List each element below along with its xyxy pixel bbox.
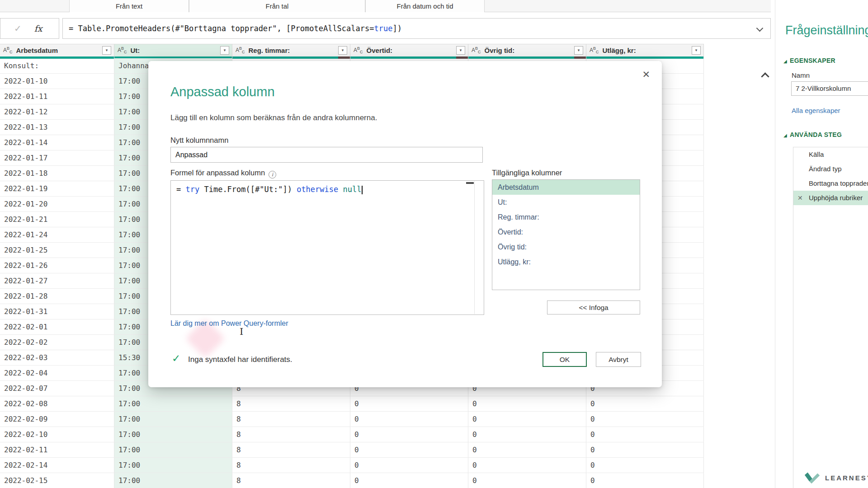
table-cell[interactable]: 2022-01-14 (0, 135, 114, 150)
table-cell[interactable]: 0 (586, 442, 704, 457)
available-column-övertid[interactable]: Övertid: (492, 225, 640, 239)
table-cell[interactable]: 0 (350, 396, 468, 411)
table-cell[interactable]: 2022-01-17 (0, 150, 114, 165)
table-cell[interactable]: 0 (350, 442, 468, 457)
table-cell[interactable]: 0 (468, 396, 586, 411)
custom-formula-input[interactable]: = try Time.From([#"Ut:"]) otherwise null… (170, 180, 484, 315)
table-cell[interactable]: 0 (586, 458, 704, 473)
filter-dropdown-button[interactable]: ▾ (574, 46, 583, 55)
fx-icon[interactable]: fx (34, 23, 42, 33)
applied-step-borttagna-topprader[interactable]: Borttagna topprader (793, 176, 868, 191)
filter-dropdown-button[interactable]: ▾ (102, 46, 111, 55)
table-cell[interactable]: 8 (232, 458, 350, 473)
new-column-name-input[interactable]: Anpassad (170, 147, 483, 163)
cancel-button[interactable]: Avbryt (596, 352, 641, 367)
table-cell[interactable]: 8 (232, 412, 350, 427)
table-cell[interactable]: 0 (468, 427, 586, 442)
table-cell[interactable]: 0 (468, 412, 586, 427)
table-cell[interactable]: 0 (586, 473, 704, 488)
table-cell[interactable]: 8 (232, 473, 350, 488)
applied-step-källa[interactable]: Källa (793, 147, 868, 162)
column-header-övrig-tid[interactable]: ABCÖvrig tid:▾ (468, 44, 586, 59)
table-cell[interactable]: 2022-02-03 (0, 350, 114, 365)
table-cell[interactable]: 17:00 (114, 396, 232, 411)
available-column-utlägg-kr[interactable]: Utlägg, kr: (492, 254, 640, 269)
table-cell[interactable]: 2022-01-18 (0, 166, 114, 181)
table-cell[interactable]: 17:00 (114, 442, 232, 457)
table-cell[interactable]: 2022-02-08 (0, 396, 114, 411)
ribbon-group-fran-tal[interactable]: Från tal (189, 0, 365, 12)
column-header-ut[interactable]: ABCUt:▾ (114, 44, 232, 59)
table-cell[interactable]: 2022-02-02 (0, 335, 114, 350)
table-cell[interactable]: 2022-01-20 (0, 197, 114, 211)
applied-step-upphöjda-rubriker[interactable]: ✕Upphöjda rubriker (793, 191, 868, 205)
table-cell[interactable]: 2022-01-28 (0, 289, 114, 304)
table-cell[interactable]: 2022-02-10 (0, 427, 114, 442)
table-cell[interactable]: 2022-01-11 (0, 89, 114, 104)
close-icon[interactable]: ✕ (642, 69, 650, 80)
formula-input[interactable]: = Table.PromoteHeaders(#"Borttagna toppr… (62, 18, 771, 39)
ribbon-group-fran-datum-och-tid[interactable]: Från datum och tid (365, 0, 485, 12)
table-cell[interactable]: 2022-02-11 (0, 442, 114, 457)
table-cell[interactable]: 2022-01-13 (0, 120, 114, 135)
available-column-ut[interactable]: Ut: (492, 195, 640, 210)
table-cell[interactable]: 2022-01-12 (0, 104, 114, 119)
table-cell[interactable]: 2022-01-10 (0, 74, 114, 89)
formula-scrollbar-thumb[interactable] (466, 182, 474, 184)
applied-steps-section-header[interactable]: ◢ANVÄNDA STEG (783, 131, 842, 138)
table-cell[interactable]: 0 (350, 427, 468, 442)
table-cell[interactable]: 0 (350, 458, 468, 473)
available-column-övrig-tid[interactable]: Övrig tid: (492, 239, 640, 254)
table-cell[interactable]: 2022-01-26 (0, 258, 114, 273)
formula-scrollbar[interactable] (474, 181, 475, 314)
table-cell[interactable]: 17:00 (114, 412, 232, 427)
table-cell[interactable]: 2022-01-24 (0, 227, 114, 242)
table-cell[interactable]: 2022-01-21 (0, 212, 114, 227)
query-name-input[interactable]: 7 2-Villkorskolumn (791, 81, 868, 96)
table-cell[interactable]: 2022-02-01 (0, 319, 114, 334)
table-cell[interactable]: 0 (350, 473, 468, 488)
table-cell[interactable]: 0 (586, 427, 704, 442)
applied-step-ändrad-typ[interactable]: Ändrad typ (793, 162, 868, 176)
table-cell[interactable]: 0 (586, 396, 704, 411)
scroll-up-icon[interactable] (761, 72, 769, 80)
available-column-reg-timmar[interactable]: Reg. timmar: (492, 210, 640, 225)
table-cell[interactable]: 17:00 (114, 458, 232, 473)
table-cell[interactable]: 0 (468, 442, 586, 457)
table-cell[interactable]: 17:00 (114, 473, 232, 488)
table-cell[interactable]: 8 (232, 442, 350, 457)
column-header-utlägg-kr[interactable]: ABCUtlägg, kr:▾ (586, 44, 704, 59)
table-cell[interactable]: 0 (586, 412, 704, 427)
filter-dropdown-button[interactable]: ▾ (220, 46, 229, 55)
delete-step-icon[interactable]: ✕ (797, 191, 803, 205)
table-cell[interactable]: Konsult: (0, 58, 114, 73)
insert-button[interactable]: << Infoga (547, 300, 640, 314)
table-cell[interactable]: 0 (468, 458, 586, 473)
table-cell[interactable]: 2022-01-31 (0, 304, 114, 319)
filter-dropdown-button[interactable]: ▾ (692, 46, 701, 55)
table-cell[interactable]: 0 (350, 412, 468, 427)
all-properties-link[interactable]: Alla egenskaper (792, 107, 840, 114)
table-cell[interactable]: 17:00 (114, 427, 232, 442)
table-cell[interactable]: 2022-01-27 (0, 273, 114, 288)
filter-dropdown-button[interactable]: ▾ (338, 46, 347, 55)
table-cell[interactable]: 2022-02-15 (0, 473, 114, 488)
table-cell[interactable]: 2022-02-07 (0, 381, 114, 396)
table-cell[interactable]: 2022-01-25 (0, 243, 114, 258)
filter-dropdown-button[interactable]: ▾ (456, 46, 465, 55)
column-header-arbetsdatum[interactable]: ABCArbetsdatum▾ (0, 44, 114, 59)
column-header-reg-timmar[interactable]: ABCReg. timmar:▾ (232, 44, 350, 59)
column-header-övertid[interactable]: ABCÖvertid:▾ (350, 44, 468, 59)
available-column-arbetsdatum[interactable]: Arbetsdatum (492, 180, 640, 195)
table-cell[interactable]: 8 (232, 427, 350, 442)
table-cell[interactable]: 2022-02-14 (0, 458, 114, 473)
properties-section-header[interactable]: ◢EGENSKAPER (783, 57, 835, 64)
table-cell[interactable]: 8 (232, 396, 350, 411)
ribbon-group-fran-text[interactable]: Från text (69, 0, 189, 12)
table-cell[interactable]: 2022-02-04 (0, 366, 114, 380)
ok-button[interactable]: OK (542, 352, 587, 367)
table-cell[interactable]: 0 (468, 473, 586, 488)
formula-bar-expand-icon[interactable] (756, 25, 764, 32)
commit-check-icon[interactable]: ✓ (14, 23, 22, 34)
table-cell[interactable]: 2022-01-19 (0, 181, 114, 196)
